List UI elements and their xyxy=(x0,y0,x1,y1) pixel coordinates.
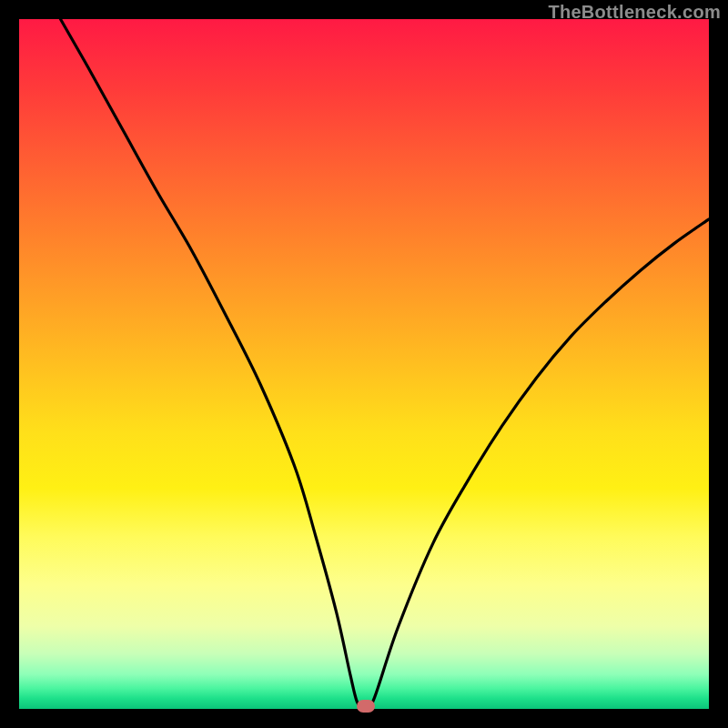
watermark-text: TheBottleneck.com xyxy=(548,2,721,23)
optimum-marker xyxy=(357,700,375,713)
chart-frame: TheBottleneck.com xyxy=(0,0,728,728)
bottleneck-curve xyxy=(19,19,709,709)
